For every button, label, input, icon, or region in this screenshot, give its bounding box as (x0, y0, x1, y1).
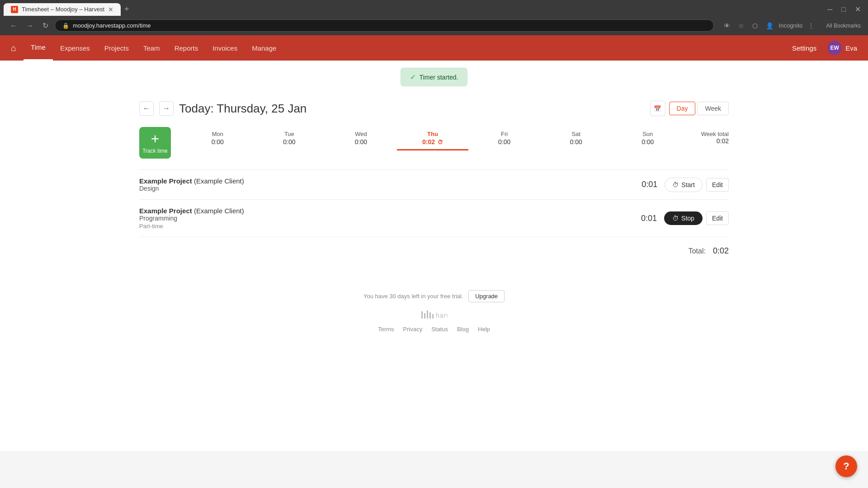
day-sun[interactable]: Sun 0:00 (612, 127, 684, 150)
svg-rect-2 (427, 310, 428, 319)
app-container: ⌂ Time Expenses Projects Team Reports In… (0, 35, 868, 451)
week-total-time: 0:02 (684, 137, 729, 145)
total-label: Total: (689, 247, 706, 255)
track-time-button[interactable]: + Track time (139, 127, 171, 159)
bookmark-star-icon[interactable]: ☆ (736, 20, 747, 31)
settings-link[interactable]: Settings (792, 44, 816, 52)
entry-1-client-name: (Example Client) (194, 177, 244, 185)
nav-item-time[interactable]: Time (24, 35, 53, 61)
day-view-button[interactable]: Day (669, 102, 696, 115)
day-mon-name: Mon (184, 131, 252, 137)
tab-title: Timesheet – Moodjoy – Harvest (22, 6, 104, 13)
date-header: ← → Today: Thursday, 25 Jan 📅 Day Week (139, 101, 729, 116)
footer-link-blog[interactable]: Blog (457, 326, 469, 333)
svg-rect-1 (424, 313, 425, 319)
browser-tab[interactable]: H Timesheet – Moodjoy – Harvest ✕ (4, 3, 121, 16)
eye-slash-icon[interactable]: 👁 (721, 20, 733, 31)
footer-link-privacy[interactable]: Privacy (403, 326, 423, 333)
day-tue[interactable]: Tue 0:00 (254, 127, 326, 150)
time-entries: Example Project (Example Client) Design … (139, 169, 729, 237)
footer-links: Terms Privacy Status Blog Help (0, 326, 868, 333)
profile-icon[interactable]: 👤 (763, 20, 776, 31)
tab-favicon: H (11, 6, 18, 13)
menu-icon[interactable]: ⋮ (805, 20, 817, 31)
nav-item-manage[interactable]: Manage (245, 35, 283, 61)
toast-wrapper: ✓ Timer started. (0, 61, 868, 90)
entry-2-project-name: Example Project (139, 207, 192, 215)
prev-date-button[interactable]: ← (139, 101, 154, 116)
day-mon[interactable]: Mon 0:00 (182, 127, 254, 150)
address-bar[interactable]: 🔒 moodjoy.harvestapp.com/time (55, 19, 714, 32)
entry-2-project: Example Project (Example Client) (139, 207, 634, 215)
toast-check-icon: ✓ (410, 73, 416, 81)
main-content: ← → Today: Thursday, 25 Jan 📅 Day Week +… (118, 90, 750, 276)
upgrade-button[interactable]: Upgrade (468, 290, 505, 302)
trial-text: You have 30 days left in your free trial… (363, 293, 463, 300)
edit-button[interactable]: Edit (706, 178, 729, 192)
toast-notification: ✓ Timer started. (401, 68, 468, 86)
minimize-button[interactable]: ─ (824, 4, 836, 14)
close-button[interactable]: ✕ (851, 4, 864, 14)
top-nav: ⌂ Time Expenses Projects Team Reports In… (0, 35, 868, 61)
footer-link-status[interactable]: Status (431, 326, 448, 333)
day-fri-time: 0:00 (470, 138, 538, 145)
svg-rect-4 (432, 314, 434, 319)
start-button[interactable]: ⏱ Start (665, 178, 703, 192)
day-sat-name: Sat (542, 131, 610, 137)
nav-item-invoices[interactable]: Invoices (205, 35, 245, 61)
back-button[interactable]: ← (7, 20, 20, 32)
url-text: moodjoy.harvestapp.com/time (73, 22, 151, 29)
entry-1-task: Design (139, 185, 635, 192)
day-thu-name: Thu (399, 131, 467, 137)
svg-text:harvest: harvest (436, 312, 448, 319)
day-sat-time: 0:00 (542, 138, 610, 145)
day-wed[interactable]: Wed 0:00 (325, 127, 397, 150)
day-thu-time: 0:02 ⏱ (399, 138, 467, 145)
edit-button-2[interactable]: Edit (706, 211, 729, 225)
week-view-button[interactable]: Week (697, 102, 729, 115)
day-fri[interactable]: Fri 0:00 (468, 127, 540, 150)
days-row: Mon 0:00 Tue 0:00 Wed 0:00 Thu 0:02 ⏱ Fr… (182, 127, 684, 150)
harvest-logo-svg: harvest (420, 310, 448, 320)
plus-icon: + (151, 131, 160, 146)
reload-button[interactable]: ↻ (40, 19, 51, 32)
footer-link-help[interactable]: Help (478, 326, 490, 333)
forward-button[interactable]: → (24, 20, 36, 32)
tab-close-button[interactable]: ✕ (108, 6, 113, 13)
entry-1-duration: 0:01 (635, 180, 657, 189)
entry-2-duration: 0:01 (634, 214, 657, 223)
calendar-picker-button[interactable]: 📅 (650, 101, 665, 116)
calendar-icon: 📅 (654, 105, 661, 112)
nav-item-projects[interactable]: Projects (97, 35, 136, 61)
stop-label: Stop (681, 215, 694, 222)
nav-item-team[interactable]: Team (136, 35, 167, 61)
view-controls: 📅 Day Week (650, 101, 729, 116)
entry-1-project-name: Example Project (139, 177, 192, 185)
incognito-label: Incognito (779, 22, 803, 29)
footer: You have 30 days left in your free trial… (0, 276, 868, 343)
nav-item-expenses[interactable]: Expenses (53, 35, 97, 61)
avatar: EW (827, 41, 842, 55)
stop-button[interactable]: ⏱ Stop (664, 211, 703, 225)
next-date-button[interactable]: → (159, 101, 174, 116)
day-fri-name: Fri (470, 131, 538, 137)
timer-running-icon: ⏱ (438, 139, 443, 145)
lock-icon: 🔒 (62, 23, 69, 29)
extensions-icon[interactable]: ⬡ (750, 20, 760, 31)
user-name[interactable]: Eva (845, 44, 857, 52)
day-tue-name: Tue (255, 131, 324, 137)
maximize-button[interactable]: □ (838, 4, 849, 14)
footer-link-terms[interactable]: Terms (378, 326, 394, 333)
new-tab-button[interactable]: + (121, 3, 133, 16)
home-icon[interactable]: ⌂ (11, 43, 16, 53)
total-row: Total: 0:02 (139, 237, 729, 265)
day-sat[interactable]: Sat 0:00 (540, 127, 612, 150)
bookmarks-label: All Bookmarks (826, 23, 861, 29)
clock-icon: ⏱ (672, 181, 679, 188)
day-wed-time: 0:00 (327, 138, 395, 145)
day-thu[interactable]: Thu 0:02 ⏱ (397, 127, 469, 150)
entry-2-client-name: (Example Client) (194, 207, 244, 215)
day-mon-time: 0:00 (184, 138, 252, 145)
toast-message: Timer started. (420, 74, 458, 81)
nav-item-reports[interactable]: Reports (167, 35, 206, 61)
